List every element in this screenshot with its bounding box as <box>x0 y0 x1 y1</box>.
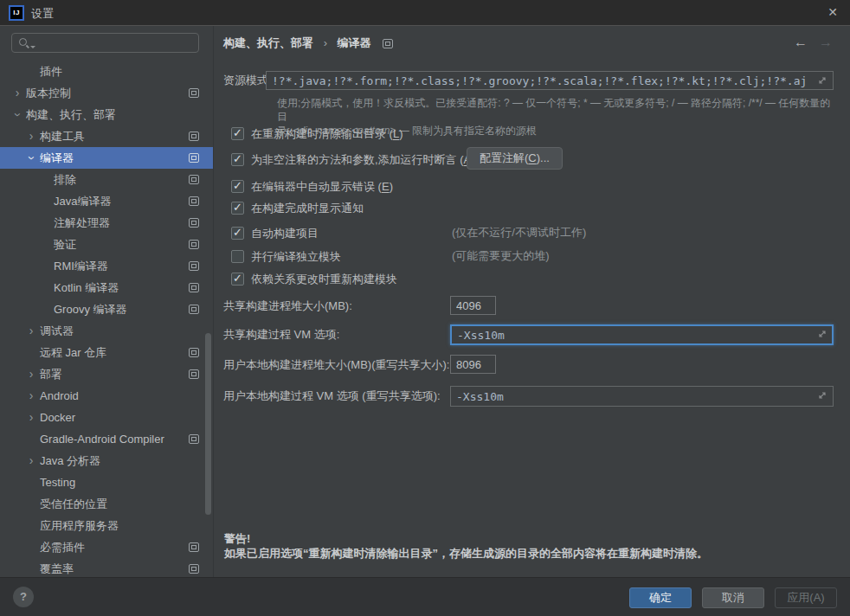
sidebar-item-annotation-processors[interactable]: 注解处理器 <box>0 212 213 234</box>
window-title: 设置 <box>31 6 54 22</box>
checkbox[interactable] <box>231 250 244 263</box>
sidebar-item-java-compiler[interactable]: Java编译器 <box>0 190 213 212</box>
checkbox-hint: (可能需要更大的堆) <box>452 246 550 266</box>
expand-icon[interactable] <box>817 390 827 401</box>
forward-arrow-icon: → <box>819 35 833 50</box>
sidebar-item-remote-jar-repositories[interactable]: 远程 Jar 仓库 <box>0 342 213 363</box>
checkbox[interactable] <box>231 127 244 140</box>
sidebar-item-excludes[interactable]: 排除 <box>0 169 213 190</box>
sidebar-item-android[interactable]: ›Android <box>0 385 213 407</box>
sidebar-item-deployment[interactable]: ›部署 <box>0 363 213 385</box>
sidebar-item-build-execution-deployment[interactable]: ›构建、执行、部署 <box>0 104 213 125</box>
checkbox-label[interactable]: 依赖关系更改时重新构建模块 <box>251 273 397 286</box>
checkbox[interactable] <box>231 180 244 193</box>
search-input[interactable] <box>38 35 194 51</box>
checkbox[interactable] <box>231 273 244 286</box>
expand-icon[interactable] <box>817 75 827 86</box>
sidebar-item-label: Testing <box>40 472 75 493</box>
sidebar-item-plugins[interactable]: 插件 <box>0 61 213 82</box>
checkbox[interactable] <box>231 227 244 240</box>
ok-button[interactable]: 确定 <box>629 587 692 608</box>
back-arrow-icon[interactable]: ← <box>794 35 808 50</box>
settings-sidebar: 插件›版本控制›构建、执行、部署›构建工具›编译器排除Java编译器注解处理器验… <box>0 26 213 577</box>
warning-title: 警告! <box>224 531 250 547</box>
chevron-collapsed-icon[interactable]: › <box>26 385 36 407</box>
checkbox[interactable] <box>231 153 244 166</box>
sidebar-item-compiler[interactable]: ›编译器 <box>0 147 213 169</box>
panel-icon <box>189 240 199 249</box>
compiler-settings-panel: 构建、执行、部署 › 编译器 ← → 资源模式: 使用;分隔模式，使用！求反模式… <box>213 26 850 577</box>
sidebar-item-label: 调试器 <box>40 320 74 342</box>
warning-text: 如果已启用选项“重新构建时清除输出目录”，存储生成源的目录的全部内容将在重新构建… <box>224 546 840 561</box>
field-row: 用户本地构建过程 VM 选项 (重写共享选项): <box>214 386 850 407</box>
sidebar-item-label: 构建工具 <box>40 125 85 147</box>
checkbox-row: 在构建完成时显示通知 <box>231 197 850 218</box>
sidebar-item-label: 必需插件 <box>40 536 85 558</box>
sidebar-item-version-control[interactable]: ›版本控制 <box>0 82 213 104</box>
sidebar-item-validation[interactable]: 验证 <box>0 234 213 255</box>
shared-vm-options-field[interactable] <box>450 324 834 345</box>
checkbox-label[interactable]: 在构建完成时显示通知 <box>251 202 364 215</box>
chevron-expanded-icon[interactable]: › <box>7 110 29 120</box>
breadcrumb-segment[interactable]: 构建、执行、部署 <box>223 36 313 49</box>
search-box[interactable] <box>11 33 199 53</box>
expand-icon[interactable] <box>817 329 827 339</box>
cancel-button[interactable]: 取消 <box>702 587 764 608</box>
chevron-collapsed-icon[interactable]: › <box>26 125 36 147</box>
chevron-expanded-icon[interactable]: › <box>21 153 42 164</box>
sidebar-item-debugger[interactable]: ›调试器 <box>0 320 213 342</box>
sidebar-item-label: Groovy 编译器 <box>54 298 127 320</box>
panel-icon <box>189 153 199 163</box>
resource-patterns-input[interactable] <box>266 71 834 90</box>
chevron-collapsed-icon[interactable]: › <box>26 320 36 342</box>
sidebar-item-build-tools[interactable]: ›构建工具 <box>0 125 213 147</box>
sidebar-item-label: 构建、执行、部署 <box>26 104 116 125</box>
shared-heap-size-field[interactable] <box>450 296 496 315</box>
configure-annotations-button[interactable]: 配置注解(C)... <box>467 147 563 170</box>
sidebar-item-label: 版本控制 <box>26 82 71 104</box>
sidebar-item-trusted-locations[interactable]: 受信任的位置 <box>0 493 213 515</box>
checkbox-label[interactable]: 在重新构建时清除输出目录 (L) <box>251 127 403 140</box>
sidebar-item-label: 应用程序服务器 <box>40 515 119 536</box>
chevron-collapsed-icon[interactable]: › <box>26 363 36 385</box>
checkbox[interactable] <box>231 202 244 215</box>
sidebar-item-testing[interactable]: Testing <box>0 472 213 493</box>
sidebar-item-kotlin-compiler[interactable]: Kotlin 编译器 <box>0 277 213 298</box>
chevron-collapsed-icon[interactable]: › <box>26 407 36 428</box>
user-local-heap-size-field[interactable] <box>450 355 496 374</box>
sidebar-item-docker[interactable]: ›Docker <box>0 407 213 428</box>
intellij-logo-icon: IJ <box>9 5 24 21</box>
breadcrumb-segment[interactable]: 编译器 <box>338 36 371 49</box>
checkbox-label[interactable]: 自动构建项目 <box>251 227 319 240</box>
sidebar-item-groovy-compiler[interactable]: Groovy 编译器 <box>0 298 213 320</box>
sidebar-item-java-profiler[interactable]: ›Java 分析器 <box>0 450 213 472</box>
user-local-vm-options-field[interactable] <box>450 386 834 407</box>
sidebar-item-rmi-compiler[interactable]: RMI编译器 <box>0 255 213 277</box>
sidebar-item-required-plugins[interactable]: 必需插件 <box>0 536 213 558</box>
panel-icon <box>189 196 199 206</box>
checkbox-label[interactable]: 在编辑器中自动显示错误 (E) <box>251 180 393 193</box>
checkbox-hint: (仅在不运行/不调试时工作) <box>452 222 586 243</box>
panel-icon <box>383 39 393 48</box>
sidebar-item-coverage[interactable]: 覆盖率 <box>0 558 213 577</box>
checkbox-row: 依赖关系更改时重新构建模块 <box>231 268 850 289</box>
sidebar-item-label: 部署 <box>40 363 62 385</box>
field-row: 共享构建进程堆大小(MB): <box>214 296 850 317</box>
help-button[interactable]: ? <box>13 587 34 607</box>
sidebar-item-label: 注解处理器 <box>54 212 110 234</box>
sidebar-item-label: 编译器 <box>40 147 74 169</box>
sidebar-item-label: 排除 <box>54 169 76 190</box>
sidebar-item-gradle-android-compiler[interactable]: Gradle-Android Compiler <box>0 428 213 450</box>
sidebar-item-application-servers[interactable]: 应用程序服务器 <box>0 515 213 536</box>
chevron-collapsed-icon[interactable]: › <box>26 450 36 472</box>
panel-icon <box>189 305 199 314</box>
sidebar-scrollbar-thumb[interactable] <box>205 333 211 515</box>
close-icon[interactable]: ✕ <box>827 5 838 19</box>
search-options-caret-icon[interactable] <box>30 46 35 48</box>
chevron-collapsed-icon[interactable]: › <box>12 82 23 104</box>
field-label: 共享构建进程堆大小(MB): <box>223 296 352 317</box>
panel-icon <box>189 218 199 228</box>
checkbox-label[interactable]: 并行编译独立模块 <box>251 250 341 263</box>
checkbox-label[interactable]: 为非空注释的方法和参数,添加运行时断言 (A) <box>251 153 475 166</box>
panel-icon <box>189 369 199 379</box>
